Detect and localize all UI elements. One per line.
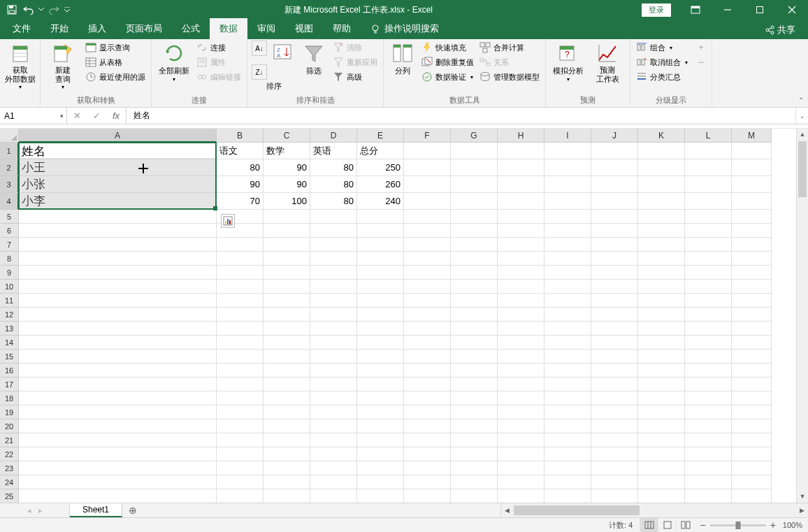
cell[interactable] [357, 322, 404, 336]
scroll-left-arrow[interactable]: ◀ [501, 503, 513, 517]
cell[interactable]: 80 [310, 159, 357, 176]
cell[interactable] [732, 143, 772, 159]
cell[interactable] [19, 475, 217, 489]
cell[interactable] [591, 350, 638, 364]
cell[interactable] [498, 322, 544, 336]
cell[interactable] [264, 350, 310, 364]
cell[interactable] [732, 350, 772, 364]
cell[interactable] [451, 433, 498, 447]
ungroup-button[interactable]: 取消组合▾ [635, 55, 689, 69]
cell[interactable] [451, 475, 498, 489]
cell[interactable] [404, 266, 451, 280]
cell[interactable] [404, 405, 451, 419]
cell[interactable] [357, 475, 404, 489]
refresh-all-button[interactable]: 全部刷新 ▾ [156, 41, 192, 84]
redo-icon[interactable] [46, 2, 62, 17]
quick-analysis-button[interactable] [221, 214, 235, 228]
cell[interactable] [310, 378, 357, 391]
cell[interactable]: 总分 [357, 143, 404, 159]
text-to-columns-button[interactable]: 分列 [388, 41, 417, 78]
cell[interactable] [685, 224, 732, 238]
add-sheet-button[interactable]: ⊕ [122, 503, 143, 517]
minimize-icon[interactable] [712, 0, 744, 20]
cell[interactable] [544, 447, 591, 461]
cell[interactable] [685, 336, 732, 350]
cell[interactable] [357, 224, 404, 238]
cancel-formula-icon[interactable]: ✕ [67, 110, 87, 121]
cell[interactable] [591, 378, 638, 391]
cell[interactable] [19, 294, 217, 308]
row-header[interactable]: 16 [0, 364, 19, 378]
cell[interactable] [357, 378, 404, 391]
page-break-view-button[interactable] [676, 518, 694, 533]
cell[interactable] [264, 489, 310, 503]
scroll-down-arrow[interactable]: ▼ [797, 491, 808, 503]
cell[interactable] [310, 433, 357, 447]
cell[interactable] [732, 294, 772, 308]
cell[interactable] [498, 378, 544, 391]
zoom-slider[interactable] [710, 524, 766, 526]
scroll-thumb[interactable] [798, 141, 807, 197]
ribbon-display-icon[interactable] [679, 0, 712, 20]
row-header[interactable]: 6 [0, 224, 19, 238]
cell[interactable] [404, 336, 451, 350]
cell[interactable] [638, 266, 685, 280]
cell[interactable] [404, 447, 451, 461]
cell[interactable] [217, 266, 264, 280]
cell[interactable] [451, 308, 498, 322]
chevron-down-icon[interactable]: ▾ [60, 113, 64, 120]
cell[interactable] [217, 489, 264, 503]
cell[interactable] [544, 143, 591, 159]
cell[interactable] [498, 280, 544, 294]
cell[interactable] [357, 405, 404, 419]
cell[interactable] [544, 252, 591, 266]
from-table-button[interactable]: 从表格 [84, 55, 147, 69]
row-header[interactable]: 23 [0, 461, 19, 475]
cell[interactable] [685, 447, 732, 461]
cell[interactable] [638, 405, 685, 419]
cell[interactable] [217, 475, 264, 489]
row-header[interactable]: 5 [0, 210, 19, 224]
cell[interactable] [404, 224, 451, 238]
maximize-icon[interactable] [744, 0, 776, 20]
cell[interactable] [498, 336, 544, 350]
cell[interactable] [19, 419, 217, 433]
tab-data[interactable]: 数据 [210, 18, 247, 39]
cell[interactable] [591, 405, 638, 419]
row-header[interactable]: 13 [0, 322, 19, 336]
cell[interactable] [310, 336, 357, 350]
page-layout-view-button[interactable] [658, 518, 676, 533]
cell[interactable] [19, 489, 217, 503]
cell[interactable] [404, 294, 451, 308]
cell[interactable] [685, 391, 732, 405]
cell[interactable] [404, 280, 451, 294]
cell[interactable] [638, 475, 685, 489]
cell[interactable] [591, 447, 638, 461]
row-header[interactable]: 4 [0, 193, 19, 210]
worksheet-grid[interactable]: ABCDEFGHIJKLM 1姓名语文数学英语总分2小王8090802503小张… [0, 129, 808, 503]
cell[interactable] [217, 336, 264, 350]
cell[interactable] [357, 489, 404, 503]
cell[interactable] [591, 224, 638, 238]
column-header[interactable]: D [310, 129, 357, 143]
cell[interactable] [544, 308, 591, 322]
cell[interactable] [638, 143, 685, 159]
cell[interactable] [685, 475, 732, 489]
cell[interactable] [685, 378, 732, 391]
cell[interactable] [732, 405, 772, 419]
cell[interactable] [732, 433, 772, 447]
cell[interactable] [544, 336, 591, 350]
row-header[interactable]: 19 [0, 405, 19, 419]
sort-desc-button[interactable]: Z↓ [252, 64, 267, 80]
cell[interactable] [591, 193, 638, 210]
row-header[interactable]: 12 [0, 308, 19, 322]
cell[interactable] [451, 224, 498, 238]
cell[interactable] [404, 193, 451, 210]
consolidate-button[interactable]: 合并计算 [478, 41, 541, 55]
filter-button[interactable]: 筛选 [299, 41, 329, 78]
zoom-control[interactable]: − + 100% [694, 519, 808, 531]
cell[interactable] [357, 294, 404, 308]
cell[interactable] [310, 447, 357, 461]
cell[interactable] [638, 336, 685, 350]
cell[interactable] [685, 238, 732, 252]
